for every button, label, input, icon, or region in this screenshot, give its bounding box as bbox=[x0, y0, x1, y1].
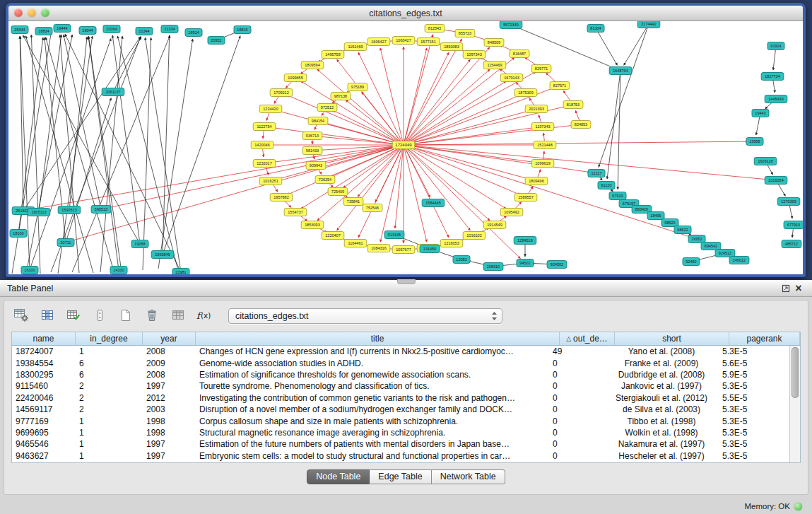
graph-node[interactable]: 61120 bbox=[598, 182, 615, 189]
network-canvas[interactable]: 1724049152144811973432021393187530916791… bbox=[8, 21, 803, 274]
graph-node[interactable]: 1827734 bbox=[761, 73, 784, 81]
table-row[interactable]: 911546021997Tourette syndrome. Phenomeno… bbox=[12, 380, 789, 392]
graph-node[interactable]: 12117 bbox=[588, 170, 605, 177]
graph-node[interactable]: 1151469 bbox=[344, 43, 367, 51]
graph-node[interactable]: 131450 bbox=[420, 245, 440, 253]
graph-edge[interactable] bbox=[395, 145, 404, 228]
graph-node[interactable]: 20952 bbox=[208, 37, 225, 45]
column-header-out_de[interactable]: △out_de… bbox=[560, 332, 615, 345]
tab-edge-table[interactable]: Edge Table bbox=[370, 469, 431, 484]
table-row[interactable]: 946554611997Estimation of the future num… bbox=[12, 438, 789, 450]
graph-node[interactable]: 855723 bbox=[455, 30, 475, 37]
graph-node[interactable]: 1284518 bbox=[514, 237, 536, 245]
graph-edge[interactable] bbox=[113, 37, 141, 92]
network-window[interactable]: citations_edges.txt 17240491521448119734… bbox=[6, 3, 806, 277]
graph-node[interactable]: 19044 bbox=[79, 27, 96, 35]
graph-node[interactable]: 81304 bbox=[587, 25, 604, 33]
graph-node[interactable]: 1016251 bbox=[259, 177, 282, 185]
graph-node[interactable]: 25344 bbox=[11, 26, 28, 34]
graph-edge[interactable] bbox=[72, 145, 404, 241]
graph-edge[interactable] bbox=[277, 145, 404, 180]
graph-node[interactable]: 975189 bbox=[348, 83, 367, 91]
graph-edge[interactable] bbox=[404, 145, 490, 221]
delete-column-button[interactable] bbox=[142, 307, 162, 325]
graph-node[interactable]: 936713 bbox=[302, 132, 322, 140]
graph-node[interactable]: 1590513 bbox=[58, 206, 81, 214]
graph-node[interactable]: 1016102 bbox=[463, 232, 486, 240]
graph-node[interactable]: 1521448 bbox=[534, 141, 556, 149]
close-panel-button[interactable]: × bbox=[792, 283, 805, 294]
graph-edge[interactable] bbox=[404, 71, 536, 145]
graph-node[interactable]: 18914 bbox=[185, 29, 202, 37]
graph-node[interactable]: 818753 bbox=[563, 101, 583, 109]
graph-node[interactable]: 19444 bbox=[54, 25, 71, 33]
column-header-name[interactable]: name bbox=[12, 332, 76, 345]
graph-edge[interactable] bbox=[66, 98, 111, 243]
graph-node[interactable]: 245012 bbox=[729, 257, 749, 264]
graph-node[interactable]: 677910 bbox=[784, 221, 803, 229]
graph-node[interactable]: 827571 bbox=[550, 82, 570, 90]
table-row[interactable]: 946362711997Embryonic stem cells: a mode… bbox=[12, 450, 789, 462]
graph-node[interactable]: 726254 bbox=[315, 176, 335, 184]
graph-node[interactable]: 91914 bbox=[767, 42, 784, 50]
graph-node[interactable]: 19443 bbox=[752, 110, 769, 117]
graph-node[interactable]: 1957882 bbox=[270, 194, 293, 201]
graph-node[interactable]: 1224420 bbox=[259, 105, 282, 113]
graph-node[interactable]: 1216053 bbox=[440, 240, 463, 247]
function-builder-button[interactable]: f(x) bbox=[194, 307, 214, 325]
graph-node[interactable]: 1914549 bbox=[483, 221, 506, 229]
graph-node[interactable]: 1099619 bbox=[531, 160, 554, 168]
create-column-button[interactable] bbox=[116, 307, 136, 325]
graph-node[interactable]: 21981 bbox=[172, 269, 189, 275]
graph-node[interactable]: 812543 bbox=[425, 25, 445, 33]
graph-node[interactable]: 1577151 bbox=[417, 38, 440, 46]
graph-node[interactable]: 1099655 bbox=[284, 74, 307, 82]
graph-edge[interactable] bbox=[404, 145, 430, 197]
vertical-scrollbar[interactable] bbox=[789, 346, 800, 462]
graph-node[interactable]: 894542 bbox=[701, 243, 721, 250]
graph-node[interactable]: 2316054 bbox=[765, 177, 787, 185]
graph-node[interactable]: 1809594 bbox=[301, 62, 324, 69]
graph-node[interactable]: 1270365 bbox=[777, 198, 800, 206]
graph-node[interactable]: 2174442 bbox=[637, 21, 660, 28]
graph-node[interactable]: 725409 bbox=[328, 188, 348, 196]
table-row[interactable]: 1830029562008Estimation of significance … bbox=[12, 369, 789, 380]
graph-node[interactable]: 98620 bbox=[661, 219, 678, 227]
graph-node[interactable]: 94502 bbox=[517, 259, 534, 267]
graph-node[interactable]: 1853083 bbox=[440, 43, 463, 51]
graph-node[interactable]: 1084316 bbox=[367, 245, 390, 252]
graph-edge[interactable] bbox=[143, 37, 151, 270]
zoom-button[interactable] bbox=[41, 8, 49, 17]
graph-edge[interactable] bbox=[20, 36, 23, 211]
graph-node[interactable]: 16952 bbox=[688, 235, 705, 243]
graph-node[interactable]: 1554737 bbox=[284, 209, 307, 216]
graph-edge[interactable] bbox=[39, 35, 61, 212]
graph-edge[interactable] bbox=[324, 122, 404, 145]
table-row[interactable]: 1938455462009Genome-wide association stu… bbox=[12, 357, 789, 368]
minimize-button[interactable] bbox=[28, 8, 36, 17]
graph-node[interactable]: 16100 bbox=[21, 267, 38, 274]
column-header-pagerank[interactable]: pagerank bbox=[729, 332, 800, 345]
graph-edge[interactable] bbox=[23, 36, 141, 211]
graph-node[interactable]: 18465 bbox=[647, 212, 664, 220]
graph-node[interactable]: 21344 bbox=[136, 28, 153, 35]
graph-node[interactable]: 848509 bbox=[484, 39, 504, 47]
graph-node[interactable]: 752546 bbox=[363, 204, 382, 212]
graph-node[interactable]: 14100 bbox=[110, 267, 127, 274]
table-row[interactable]: 1456911722003Disruption of a novel membe… bbox=[12, 404, 789, 415]
graph-edge[interactable] bbox=[358, 145, 404, 197]
row-tools-button[interactable] bbox=[90, 307, 110, 325]
float-panel-button[interactable] bbox=[779, 283, 792, 294]
graph-node[interactable]: 98622 bbox=[674, 226, 691, 234]
graph-edge[interactable] bbox=[60, 35, 79, 273]
graph-node[interactable]: 1057677 bbox=[392, 246, 415, 254]
graph-node[interactable]: 1584445 bbox=[422, 199, 445, 207]
table-row[interactable]: 1872400712008Changes of HCN gene express… bbox=[12, 346, 789, 357]
close-button[interactable] bbox=[14, 8, 23, 17]
graph-node[interactable]: 987138 bbox=[331, 93, 351, 100]
split-handle[interactable] bbox=[397, 279, 416, 284]
graph-edge[interactable] bbox=[163, 35, 240, 255]
graph-edge[interactable] bbox=[65, 34, 181, 272]
graph-node[interactable]: 984154 bbox=[308, 117, 328, 125]
graph-node[interactable]: 18100 bbox=[10, 230, 27, 238]
